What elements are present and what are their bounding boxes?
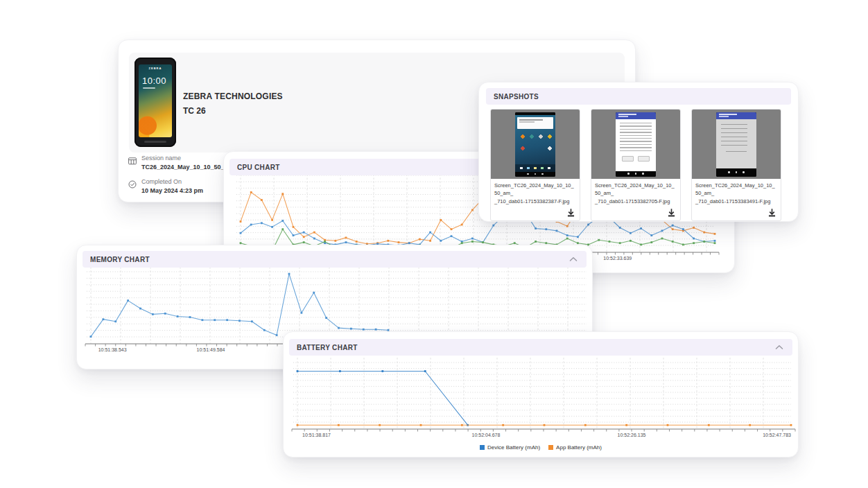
download-icon (767, 208, 776, 217)
mock-info-lines (721, 124, 747, 148)
mock-titlebar (616, 112, 656, 119)
snapshot-filename-1-line1: Screen_TC26_2024_May_10_10_50_am_ (494, 182, 576, 198)
phone-clock: 10:00 (142, 76, 166, 86)
legend-label: Device Battery (mAh) (487, 444, 540, 451)
mock-dialog-body (616, 119, 656, 171)
completed-check-icon (128, 179, 137, 191)
snapshot-filename-1-line2: _710_dab01-17153382387-F.jpg (494, 198, 576, 205)
snapshot-foot-2 (591, 207, 680, 220)
x-axis-label: 10:52:47.783 (763, 433, 791, 437)
mock-navbar (716, 168, 756, 177)
x-axis-label: 10:51:49.584 (197, 347, 225, 352)
legend-item[interactable]: App Battery (mAh) (548, 444, 602, 451)
snapshot-filename-1: Screen_TC26_2024_May_10_10_50_am_ _710_d… (491, 179, 580, 207)
memory-chart-title: MEMORY CHART (90, 256, 150, 263)
x-axis-label: 10:51:38.817 (302, 433, 331, 437)
session-icon (128, 155, 137, 168)
snapshot-image-1[interactable] (491, 110, 580, 179)
mock-navbar (616, 171, 656, 177)
completed-on-label: Completed On (141, 178, 203, 185)
x-axis-label: 10:52:33.639 (603, 256, 632, 261)
snapshot-filename-3-line2: _710_dab01-17153383491-F.jpg (695, 198, 777, 205)
phone-speaker-decor (144, 141, 166, 143)
mock-navbar (515, 172, 555, 177)
snapshot-foot-1 (491, 207, 580, 220)
legend-swatch-icon (548, 445, 553, 450)
x-axis-label: 10:52:26.135 (618, 433, 646, 437)
memory-chart-header: MEMORY CHART (83, 251, 587, 268)
battery-chart-title: BATTERY CHART (297, 344, 358, 351)
download-icon (566, 208, 575, 217)
x-axis-label: 10:52:04.678 (472, 433, 501, 437)
snapshot-phone-mock-2 (616, 112, 656, 177)
mock-info-footnote (726, 151, 747, 152)
device-identity: ZEBRA TECHNOLOGIES TC 26 (183, 92, 283, 116)
snapshot-filename-3: Screen_TC26_2024_May_10_10_50_am_ _710_d… (692, 179, 781, 207)
dashboard-page: ZEBRA 10:00 ZEBRA TECHNOLOGIES TC 26 Ses… (0, 0, 868, 488)
mock-dock (515, 164, 555, 172)
phone-brand-logo: ZEBRA (139, 67, 172, 70)
download-button-2[interactable] (667, 208, 676, 217)
download-button-1[interactable] (566, 208, 575, 217)
mock-app-icons (517, 132, 554, 152)
snapshot-foot-3 (692, 207, 781, 220)
completed-on-value: 10 May 2024 4:23 pm (141, 187, 203, 194)
snapshot-filename-2-line1: Screen_TC26_2024_May_10_10_50_am_ (595, 182, 677, 198)
battery-chart-header: BATTERY CHART (289, 339, 792, 356)
snapshot-item-2: Screen_TC26_2024_May_10_10_50_am_ _710_d… (591, 109, 681, 221)
download-button-3[interactable] (767, 208, 776, 217)
mock-dialog-buttons (616, 156, 656, 162)
battery-legend: Device Battery (mAh)App Battery (mAh) (284, 444, 798, 451)
chevron-up-icon (775, 345, 783, 350)
snapshot-filename-2-line2: _710_dab01-17153382705-F.jpg (595, 198, 677, 205)
snapshots-header: SNAPSHOTS (486, 88, 791, 105)
snapshot-image-3[interactable] (692, 110, 781, 179)
x-axis-label: 10:51:38.543 (98, 347, 127, 352)
snapshot-phone-mock-3 (716, 112, 756, 177)
chevron-up-icon (569, 256, 578, 262)
snapshot-item-3: Screen_TC26_2024_May_10_10_50_am_ _710_d… (691, 109, 781, 221)
snapshot-image-2[interactable] (591, 110, 680, 179)
device-photo-screen: ZEBRA 10:00 (139, 64, 172, 137)
snapshots-row: Screen_TC26_2024_May_10_10_50_am_ _710_d… (490, 109, 781, 221)
snapshots-card: SNAPSHOTS Screen_TC26_2024 (478, 82, 799, 222)
battery-chart-card: 10:51:38.81710:52:04.67810:52:26.13510:5… (283, 331, 799, 458)
legend-label: App Battery (mAh) (556, 444, 602, 451)
download-icon (667, 208, 676, 217)
mock-paragraph (620, 123, 652, 153)
memory-collapse-button[interactable] (568, 255, 579, 263)
mock-home-screen (515, 115, 555, 172)
legend-item[interactable]: Device Battery (mAh) (480, 444, 540, 451)
battery-collapse-button[interactable] (774, 343, 785, 351)
cpu-chart-title: CPU CHART (237, 164, 280, 171)
mock-info-body (716, 119, 756, 168)
snapshots-title: SNAPSHOTS (494, 93, 539, 101)
completed-on-row: Completed On 10 May 2024 4:23 pm (128, 178, 203, 194)
legend-swatch-icon (480, 445, 485, 450)
mock-titlebar (716, 112, 756, 119)
device-model: TC 26 (183, 106, 283, 116)
snapshot-phone-mock-1 (515, 112, 555, 177)
device-manufacturer: ZEBRA TECHNOLOGIES (183, 92, 283, 101)
mock-notification (517, 117, 553, 129)
snapshot-item-1: Screen_TC26_2024_May_10_10_50_am_ _710_d… (490, 109, 580, 221)
device-photo: ZEBRA 10:00 (134, 58, 176, 147)
snapshot-filename-2: Screen_TC26_2024_May_10_10_50_am_ _710_d… (591, 179, 680, 207)
snapshot-filename-3-line1: Screen_TC26_2024_May_10_10_50_am_ (695, 182, 777, 198)
phone-clock-date-decor (143, 87, 155, 89)
